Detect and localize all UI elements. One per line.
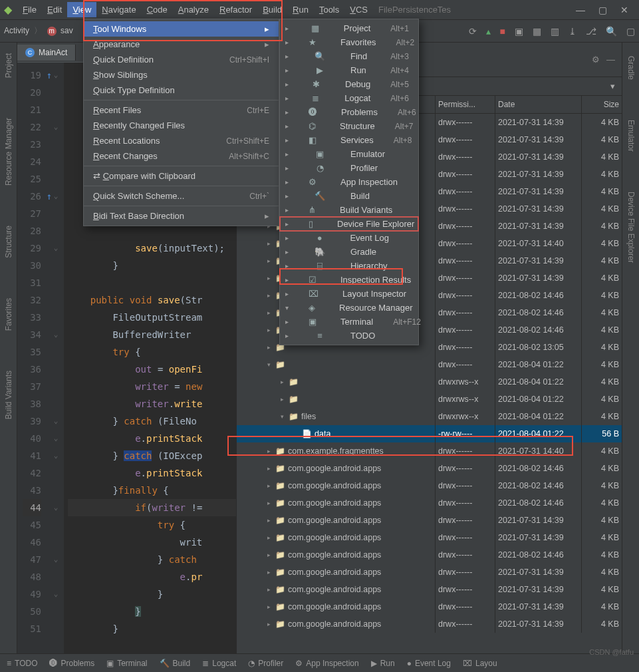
folder-row[interactable]: ▸com.example.fragmenttesdrwx------2021-0… bbox=[237, 442, 622, 460]
status-event-log[interactable]: ●Event Log bbox=[407, 659, 451, 668]
status-terminal[interactable]: ▣Terminal bbox=[106, 659, 147, 668]
menu-item-bidi-text-base-direction[interactable]: Bidi Text Base Direction▸ bbox=[84, 208, 279, 224]
menu-item-recent-changes[interactable]: Recent ChangesAlt+Shift+C bbox=[84, 148, 279, 164]
toolwin-item-favorites[interactable]: ▸★FavoritesAlt+2 bbox=[280, 35, 418, 49]
toolwin-item-inspection-results[interactable]: ▸☑Inspection Results bbox=[280, 273, 418, 287]
menu-item-appearance[interactable]: Appearance▸ bbox=[84, 37, 279, 52]
toolstrip-build-variants[interactable]: Build Variants bbox=[4, 364, 13, 426]
menu-item-show-siblings[interactable]: Show Siblings bbox=[84, 67, 279, 83]
toolwin-item-project[interactable]: ▸▦ProjectAlt+1 bbox=[280, 21, 418, 35]
gear-icon[interactable]: ⚙ bbox=[592, 55, 600, 65]
folder-row[interactable]: ▸com.google.android.appsdrwx------2021-0… bbox=[237, 581, 622, 598]
avd-icon[interactable]: ▦ bbox=[533, 26, 541, 37]
status-build[interactable]: 🔨Build bbox=[160, 659, 191, 668]
menu-analyze[interactable]: Analyze bbox=[173, 2, 214, 17]
status-profiler[interactable]: ◔Profiler bbox=[248, 659, 283, 668]
menu-item-compare-with-clipboard[interactable]: ⇄ Compare with Clipboard bbox=[84, 168, 279, 184]
toolwin-item-gradle[interactable]: ▸🐘Gradle bbox=[280, 245, 418, 259]
folder-row[interactable]: ▸drwxrws--x2021-08-04 01:224 KB bbox=[237, 391, 622, 408]
toolstrip-resource-manager[interactable]: Resource Manager bbox=[4, 111, 13, 192]
folder-row[interactable]: ▸com.google.android.appsdrwx------2021-0… bbox=[237, 494, 622, 512]
toolwin-item-event-log[interactable]: ▸●Event Log bbox=[280, 231, 418, 245]
menu-item-quick-switch-scheme-[interactable]: Quick Switch Scheme...Ctrl+` bbox=[84, 188, 279, 204]
maximize-button[interactable]: ▢ bbox=[598, 5, 607, 15]
menu-build[interactable]: Build bbox=[257, 2, 287, 17]
toolwin-item-todo[interactable]: ▸≡TODO bbox=[280, 329, 418, 343]
toolwin-item-layout-inspector[interactable]: ▸⌧Layout Inspector bbox=[280, 287, 418, 301]
folder-row[interactable]: ▾drwx------2021-08-04 01:224 KB bbox=[237, 356, 622, 373]
folder-row[interactable]: ▸com.google.android.appsdrwx------2021-0… bbox=[237, 564, 622, 581]
status-todo[interactable]: ≡TODO bbox=[7, 659, 37, 668]
menu-refactor[interactable]: Refactor bbox=[214, 2, 257, 17]
file-row[interactable]: data-rw-rw----2021-08-04 01:2256 B bbox=[237, 425, 622, 442]
breadcrumb[interactable]: Activity 〉 m sav bbox=[4, 25, 73, 37]
menu-navigate[interactable]: Navigate bbox=[96, 2, 141, 17]
editor-tab[interactable]: C MainAct bbox=[17, 45, 76, 61]
menu-item-recently-changed-files[interactable]: Recently Changed Files bbox=[84, 118, 279, 133]
attach-icon[interactable]: ⤓ bbox=[569, 26, 576, 37]
toolstrip-favorites[interactable]: Favorites bbox=[4, 291, 13, 337]
toolwin-item-build-variants[interactable]: ▸⋔Build Variants bbox=[280, 203, 418, 217]
col-size[interactable]: Size bbox=[582, 96, 622, 113]
view-menu[interactable]: Tool Windows▸Appearance▸Quick Definition… bbox=[83, 19, 279, 226]
toolwin-item-structure[interactable]: ▸⌬StructureAlt+7 bbox=[280, 119, 418, 133]
menu-tools[interactable]: Tools bbox=[314, 2, 344, 17]
folder-row[interactable]: ▸com.google.android.appsdrwx------2021-0… bbox=[237, 615, 622, 633]
menu-item-quick-type-definition[interactable]: Quick Type Definition bbox=[84, 83, 279, 98]
folder-row[interactable]: ▸com.google.android.appsdrwx------2021-0… bbox=[237, 477, 622, 494]
device-icon[interactable]: ▣ bbox=[515, 26, 523, 37]
folder-row[interactable]: ▸com.google.android.appsdrwx------2021-0… bbox=[237, 460, 622, 477]
run-icon[interactable]: ▴ bbox=[486, 26, 491, 37]
menu-item-tool-windows[interactable]: Tool Windows▸ bbox=[84, 21, 279, 37]
sdk-icon[interactable]: ▥ bbox=[551, 26, 559, 37]
toolwin-item-find[interactable]: ▸🔍FindAlt+3 bbox=[280, 49, 418, 63]
status-layou[interactable]: ⌧Layou bbox=[463, 659, 497, 668]
toolwin-item-terminal[interactable]: ▸▣TerminalAlt+F12 bbox=[280, 315, 418, 329]
toolstrip-emulator[interactable]: Emulator bbox=[626, 113, 636, 158]
menu-vcs[interactable]: VCS bbox=[344, 2, 373, 17]
sync-icon[interactable]: ⟳ bbox=[469, 26, 477, 37]
toolwin-item-hierarchy[interactable]: ▸⌸Hierarchy bbox=[280, 259, 418, 273]
stop-icon[interactable]: ■ bbox=[500, 26, 505, 37]
toolwin-item-problems[interactable]: ▸⓿ProblemsAlt+6 bbox=[280, 105, 418, 119]
breadcrumb-item[interactable]: sav bbox=[61, 26, 73, 35]
folder-row[interactable]: ▸com.google.android.appsdrwx------2021-0… bbox=[237, 512, 622, 529]
folder-row[interactable]: ▾filesdrwxrwx--x2021-08-04 01:224 KB bbox=[237, 408, 622, 425]
toolstrip-project[interactable]: Project bbox=[4, 47, 13, 84]
status-app-inspection[interactable]: ⚙App Inspection bbox=[295, 659, 358, 668]
toolwin-item-run[interactable]: ▸▶RunAlt+4 bbox=[280, 63, 418, 77]
menu-code[interactable]: Code bbox=[142, 2, 173, 17]
menu-edit[interactable]: Edit bbox=[42, 2, 67, 17]
toolwin-item-profiler[interactable]: ▸◔Profiler bbox=[280, 161, 418, 175]
user-icon[interactable]: ▢ bbox=[626, 26, 635, 37]
col-perm[interactable]: Permissi... bbox=[436, 96, 495, 113]
menu-item-recent-locations[interactable]: Recent LocationsCtrl+Shift+E bbox=[84, 133, 279, 148]
toolwin-item-app-inspection[interactable]: ▸⚙App Inspection bbox=[280, 175, 418, 189]
toolwin-item-emulator[interactable]: ▸▣Emulator bbox=[280, 147, 418, 161]
toolstrip-gradle[interactable]: Gradle bbox=[626, 49, 636, 86]
folder-row[interactable]: ▸com.google.android.appsdrwx------2021-0… bbox=[237, 529, 622, 546]
breadcrumb-item[interactable]: Activity bbox=[4, 26, 29, 35]
menu-item-quick-definition[interactable]: Quick DefinitionCtrl+Shift+I bbox=[84, 52, 279, 67]
menu-run[interactable]: Run bbox=[287, 2, 314, 17]
status-run[interactable]: ▶Run bbox=[371, 659, 395, 668]
menu-file[interactable]: File bbox=[17, 2, 42, 17]
folder-row[interactable]: ▸com.google.android.appsdrwx------2021-0… bbox=[237, 546, 622, 564]
minimize-panel-icon[interactable]: — bbox=[606, 55, 615, 65]
toolwin-item-resource-manager[interactable]: ▾◈Resource Manager bbox=[280, 301, 418, 315]
toolwin-item-logcat[interactable]: ▸≣LogcatAlt+6 bbox=[280, 91, 418, 105]
menu-view[interactable]: View bbox=[67, 2, 96, 17]
minimize-button[interactable]: — bbox=[576, 5, 585, 15]
folder-row[interactable]: ▸drwxrws--x2021-08-04 01:224 KB bbox=[237, 373, 622, 391]
folder-row[interactable]: ▸com.google.android.appsdrwx------2021-0… bbox=[237, 598, 622, 615]
status-logcat[interactable]: ≣Logcat bbox=[202, 659, 236, 668]
git-icon[interactable]: ⎇ bbox=[586, 26, 596, 37]
toolwin-item-device-file-explorer[interactable]: ▸▯Device File Explorer bbox=[280, 217, 418, 231]
toolwin-item-build[interactable]: ▸🔨Build bbox=[280, 189, 418, 203]
toolstrip-device-file-explorer[interactable]: Device File Explorer bbox=[626, 185, 636, 269]
col-date[interactable]: Date bbox=[495, 96, 582, 113]
search-icon[interactable]: 🔍 bbox=[606, 26, 617, 37]
toolwin-item-services[interactable]: ▸◧ServicesAlt+8 bbox=[280, 133, 418, 147]
tool-windows-submenu[interactable]: ▸▦ProjectAlt+1▸★FavoritesAlt+2▸🔍FindAlt+… bbox=[279, 19, 419, 345]
toolwin-item-debug[interactable]: ▸✱DebugAlt+5 bbox=[280, 77, 418, 91]
